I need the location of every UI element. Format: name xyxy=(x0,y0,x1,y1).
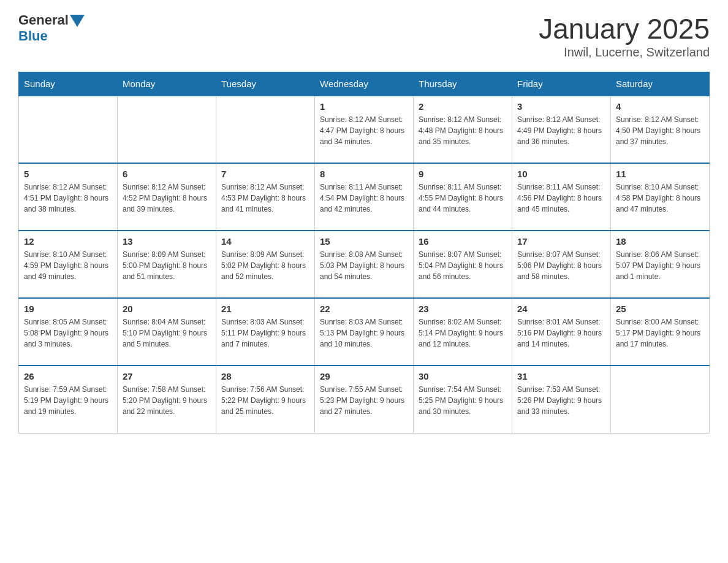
page-header: General Blue January 2025 Inwil, Lucerne… xyxy=(18,12,710,59)
logo-general-text: General xyxy=(18,12,69,28)
calendar-week-row: 26Sunrise: 7:59 AM Sunset: 5:19 PM Dayli… xyxy=(19,366,710,433)
calendar-week-row: 12Sunrise: 8:10 AM Sunset: 4:59 PM Dayli… xyxy=(19,231,710,298)
day-number: 2 xyxy=(419,101,507,112)
calendar-cell: 28Sunrise: 7:56 AM Sunset: 5:22 PM Dayli… xyxy=(216,366,315,433)
day-info: Sunrise: 8:07 AM Sunset: 5:06 PM Dayligh… xyxy=(517,249,605,282)
day-info: Sunrise: 7:54 AM Sunset: 5:25 PM Dayligh… xyxy=(419,384,507,417)
calendar-cell: 23Sunrise: 8:02 AM Sunset: 5:14 PM Dayli… xyxy=(414,298,512,366)
day-number: 23 xyxy=(419,304,507,314)
calendar-subtitle: Inwil, Lucerne, Switzerland xyxy=(539,45,710,59)
calendar-cell: 26Sunrise: 7:59 AM Sunset: 5:19 PM Dayli… xyxy=(19,366,118,433)
day-info: Sunrise: 8:02 AM Sunset: 5:14 PM Dayligh… xyxy=(419,316,507,350)
day-number: 6 xyxy=(123,169,211,179)
calendar-week-row: 5Sunrise: 8:12 AM Sunset: 4:51 PM Daylig… xyxy=(19,163,710,231)
calendar-cell: 3Sunrise: 8:12 AM Sunset: 4:49 PM Daylig… xyxy=(512,96,611,163)
logo-blue-text: Blue xyxy=(18,28,48,44)
day-number: 10 xyxy=(517,169,605,179)
day-info: Sunrise: 8:03 AM Sunset: 5:11 PM Dayligh… xyxy=(221,316,309,350)
day-info: Sunrise: 8:11 AM Sunset: 4:56 PM Dayligh… xyxy=(517,182,605,215)
calendar-cell: 10Sunrise: 8:11 AM Sunset: 4:56 PM Dayli… xyxy=(512,163,611,231)
calendar-cell xyxy=(611,366,710,433)
day-info: Sunrise: 8:09 AM Sunset: 5:00 PM Dayligh… xyxy=(123,249,211,282)
day-number: 22 xyxy=(320,304,408,314)
calendar-cell: 31Sunrise: 7:53 AM Sunset: 5:26 PM Dayli… xyxy=(512,366,611,433)
logo-triangle-icon xyxy=(70,15,85,27)
day-number: 12 xyxy=(24,236,112,247)
calendar-cell: 14Sunrise: 8:09 AM Sunset: 5:02 PM Dayli… xyxy=(216,231,315,298)
calendar-cell: 1Sunrise: 8:12 AM Sunset: 4:47 PM Daylig… xyxy=(315,96,414,163)
day-info: Sunrise: 7:58 AM Sunset: 5:20 PM Dayligh… xyxy=(123,384,211,417)
day-info: Sunrise: 8:11 AM Sunset: 4:55 PM Dayligh… xyxy=(419,182,507,215)
day-info: Sunrise: 8:12 AM Sunset: 4:47 PM Dayligh… xyxy=(320,114,408,147)
calendar-cell: 30Sunrise: 7:54 AM Sunset: 5:25 PM Dayli… xyxy=(414,366,512,433)
day-number: 21 xyxy=(221,304,309,314)
day-number: 30 xyxy=(419,371,507,381)
calendar-cell: 24Sunrise: 8:01 AM Sunset: 5:16 PM Dayli… xyxy=(512,298,611,366)
day-number: 25 xyxy=(616,304,704,314)
calendar-cell: 4Sunrise: 8:12 AM Sunset: 4:50 PM Daylig… xyxy=(611,96,710,163)
calendar-cell xyxy=(118,96,216,163)
weekday-header-tuesday: Tuesday xyxy=(216,72,315,96)
day-info: Sunrise: 8:10 AM Sunset: 4:59 PM Dayligh… xyxy=(24,249,112,282)
day-number: 17 xyxy=(517,236,605,247)
day-info: Sunrise: 8:06 AM Sunset: 5:07 PM Dayligh… xyxy=(616,249,704,282)
day-info: Sunrise: 8:07 AM Sunset: 5:04 PM Dayligh… xyxy=(419,249,507,282)
day-number: 7 xyxy=(221,169,309,179)
day-number: 14 xyxy=(221,236,309,247)
calendar-header-row: SundayMondayTuesdayWednesdayThursdayFrid… xyxy=(19,72,710,96)
day-info: Sunrise: 7:56 AM Sunset: 5:22 PM Dayligh… xyxy=(221,384,309,417)
calendar-cell: 11Sunrise: 8:10 AM Sunset: 4:58 PM Dayli… xyxy=(611,163,710,231)
day-number: 3 xyxy=(517,101,605,112)
title-block: January 2025 Inwil, Lucerne, Switzerland xyxy=(539,12,710,59)
calendar-cell: 29Sunrise: 7:55 AM Sunset: 5:23 PM Dayli… xyxy=(315,366,414,433)
day-info: Sunrise: 8:12 AM Sunset: 4:49 PM Dayligh… xyxy=(517,114,605,147)
day-number: 26 xyxy=(24,371,112,381)
day-info: Sunrise: 7:59 AM Sunset: 5:19 PM Dayligh… xyxy=(24,384,112,417)
day-info: Sunrise: 8:12 AM Sunset: 4:51 PM Dayligh… xyxy=(24,182,112,215)
day-number: 15 xyxy=(320,236,408,247)
day-number: 5 xyxy=(24,169,112,179)
day-info: Sunrise: 8:08 AM Sunset: 5:03 PM Dayligh… xyxy=(320,249,408,282)
day-info: Sunrise: 8:12 AM Sunset: 4:53 PM Dayligh… xyxy=(221,182,309,215)
weekday-header-thursday: Thursday xyxy=(414,72,512,96)
day-number: 29 xyxy=(320,371,408,381)
day-info: Sunrise: 8:05 AM Sunset: 5:08 PM Dayligh… xyxy=(24,316,112,350)
calendar-cell: 22Sunrise: 8:03 AM Sunset: 5:13 PM Dayli… xyxy=(315,298,414,366)
day-info: Sunrise: 8:04 AM Sunset: 5:10 PM Dayligh… xyxy=(123,316,211,350)
calendar-cell: 9Sunrise: 8:11 AM Sunset: 4:55 PM Daylig… xyxy=(414,163,512,231)
day-info: Sunrise: 8:11 AM Sunset: 4:54 PM Dayligh… xyxy=(320,182,408,215)
logo: General Blue xyxy=(18,12,85,44)
calendar-cell: 15Sunrise: 8:08 AM Sunset: 5:03 PM Dayli… xyxy=(315,231,414,298)
calendar-cell: 19Sunrise: 8:05 AM Sunset: 5:08 PM Dayli… xyxy=(19,298,118,366)
calendar-cell: 5Sunrise: 8:12 AM Sunset: 4:51 PM Daylig… xyxy=(19,163,118,231)
day-number: 4 xyxy=(616,101,704,112)
calendar-cell: 7Sunrise: 8:12 AM Sunset: 4:53 PM Daylig… xyxy=(216,163,315,231)
day-number: 8 xyxy=(320,169,408,179)
calendar-cell: 12Sunrise: 8:10 AM Sunset: 4:59 PM Dayli… xyxy=(19,231,118,298)
calendar-cell: 17Sunrise: 8:07 AM Sunset: 5:06 PM Dayli… xyxy=(512,231,611,298)
weekday-header-saturday: Saturday xyxy=(611,72,710,96)
calendar-cell xyxy=(19,96,118,163)
day-number: 31 xyxy=(517,371,605,381)
day-info: Sunrise: 8:01 AM Sunset: 5:16 PM Dayligh… xyxy=(517,316,605,350)
day-info: Sunrise: 8:00 AM Sunset: 5:17 PM Dayligh… xyxy=(616,316,704,350)
calendar-cell: 25Sunrise: 8:00 AM Sunset: 5:17 PM Dayli… xyxy=(611,298,710,366)
calendar-cell: 6Sunrise: 8:12 AM Sunset: 4:52 PM Daylig… xyxy=(118,163,216,231)
calendar-week-row: 1Sunrise: 8:12 AM Sunset: 4:47 PM Daylig… xyxy=(19,96,710,163)
day-info: Sunrise: 7:55 AM Sunset: 5:23 PM Dayligh… xyxy=(320,384,408,417)
day-number: 18 xyxy=(616,236,704,247)
day-number: 13 xyxy=(123,236,211,247)
calendar-cell xyxy=(216,96,315,163)
day-info: Sunrise: 8:10 AM Sunset: 4:58 PM Dayligh… xyxy=(616,182,704,215)
weekday-header-wednesday: Wednesday xyxy=(315,72,414,96)
day-number: 16 xyxy=(419,236,507,247)
calendar-title: January 2025 xyxy=(539,12,710,45)
calendar-cell: 2Sunrise: 8:12 AM Sunset: 4:48 PM Daylig… xyxy=(414,96,512,163)
calendar-cell: 27Sunrise: 7:58 AM Sunset: 5:20 PM Dayli… xyxy=(118,366,216,433)
calendar-cell: 18Sunrise: 8:06 AM Sunset: 5:07 PM Dayli… xyxy=(611,231,710,298)
calendar-cell: 16Sunrise: 8:07 AM Sunset: 5:04 PM Dayli… xyxy=(414,231,512,298)
day-number: 20 xyxy=(123,304,211,314)
day-info: Sunrise: 8:09 AM Sunset: 5:02 PM Dayligh… xyxy=(221,249,309,282)
day-info: Sunrise: 8:03 AM Sunset: 5:13 PM Dayligh… xyxy=(320,316,408,350)
weekday-header-friday: Friday xyxy=(512,72,611,96)
